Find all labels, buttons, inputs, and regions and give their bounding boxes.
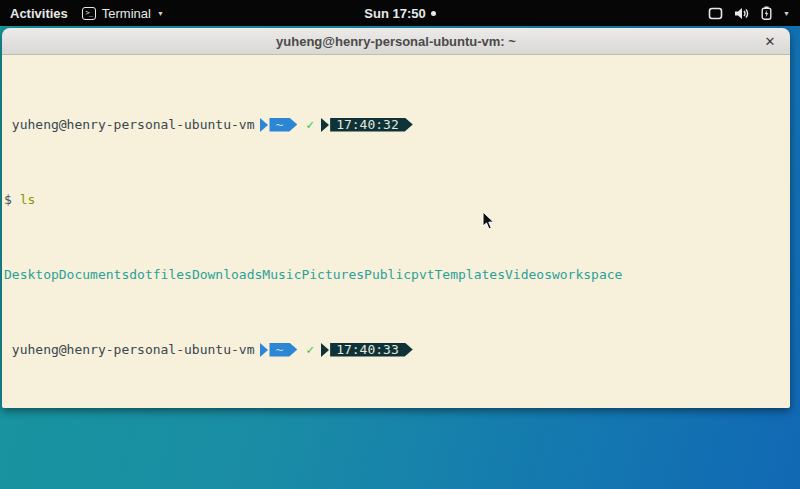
terminal-body[interactable]: yuheng@henry-personal-ubuntu-vm ~ ✓ 17:4… bbox=[2, 55, 790, 408]
directory-item: workspace bbox=[552, 267, 622, 282]
ls-output-line: Desktop Documents dotfiles Downloads Mus… bbox=[4, 267, 788, 282]
chevron-down-icon: ▼ bbox=[157, 10, 164, 17]
directory-item: Downloads bbox=[192, 267, 262, 282]
directory-item: dotfiles bbox=[129, 267, 192, 282]
directory-item: Videos bbox=[505, 267, 552, 282]
directory-item: Music bbox=[262, 267, 301, 282]
directory-item: Pictures bbox=[301, 267, 364, 282]
volume-icon bbox=[734, 7, 750, 20]
command-text: ls bbox=[20, 192, 36, 207]
powerline-path-segment: ~ bbox=[260, 118, 297, 132]
terminal-window: yuheng@henry-personal-ubuntu-vm: ~ ✕ yuh… bbox=[2, 28, 790, 408]
powerline-arrow-icon bbox=[321, 118, 329, 132]
top-bar: Activities >_ Terminal ▼ Sun 17:50 bbox=[0, 0, 800, 26]
terminal-app-icon: >_ bbox=[82, 7, 96, 20]
prompt-path: ~ bbox=[269, 343, 297, 357]
clock-label: Sun 17:50 bbox=[364, 6, 425, 21]
powerline-arrow-icon bbox=[260, 118, 268, 132]
powerline-arrow-icon bbox=[260, 343, 268, 357]
close-button[interactable]: ✕ bbox=[758, 28, 782, 55]
prompt-symbol: $ bbox=[4, 192, 12, 207]
status-check-icon: ✓ bbox=[306, 342, 314, 357]
prompt-line: yuheng@henry-personal-ubuntu-vm ~ ✓ 17:4… bbox=[4, 342, 788, 357]
powerline-arrow-icon bbox=[321, 343, 329, 357]
powerline-time-segment: 17:40:32 bbox=[321, 118, 413, 132]
window-titlebar[interactable]: yuheng@henry-personal-ubuntu-vm: ~ ✕ bbox=[2, 28, 790, 55]
system-status-area[interactable]: ▼ bbox=[708, 0, 794, 26]
battery-charging-icon bbox=[761, 6, 772, 20]
prompt-user-host: yuheng@henry-personal-ubuntu-vm bbox=[4, 117, 254, 132]
directory-item: Documents bbox=[59, 267, 129, 282]
directory-item: pvt bbox=[411, 267, 434, 282]
powerline-time-segment: 17:40:33 bbox=[321, 343, 413, 357]
directory-item: Templates bbox=[435, 267, 505, 282]
prompt-line: yuheng@henry-personal-ubuntu-vm ~ ✓ 17:4… bbox=[4, 117, 788, 132]
window-title: yuheng@henry-personal-ubuntu-vm: ~ bbox=[276, 34, 516, 49]
prompt-time: 17:40:32 bbox=[330, 118, 413, 132]
directory-item: Desktop bbox=[4, 267, 59, 282]
chevron-down-icon: ▼ bbox=[783, 10, 790, 17]
app-menu-terminal[interactable]: >_ Terminal ▼ bbox=[82, 6, 164, 21]
app-menu-label: Terminal bbox=[102, 6, 151, 21]
prompt-path: ~ bbox=[269, 118, 297, 132]
prompt-time: 17:40:33 bbox=[330, 343, 413, 357]
prompt-user-host: yuheng@henry-personal-ubuntu-vm bbox=[4, 342, 254, 357]
powerline-path-segment: ~ bbox=[260, 343, 297, 357]
notification-dot-icon bbox=[431, 11, 436, 16]
display-icon bbox=[708, 7, 723, 20]
directory-item: Public bbox=[364, 267, 411, 282]
activities-button[interactable]: Activities bbox=[10, 6, 68, 21]
command-line: $ ls bbox=[4, 192, 788, 207]
status-check-icon: ✓ bbox=[306, 117, 314, 132]
